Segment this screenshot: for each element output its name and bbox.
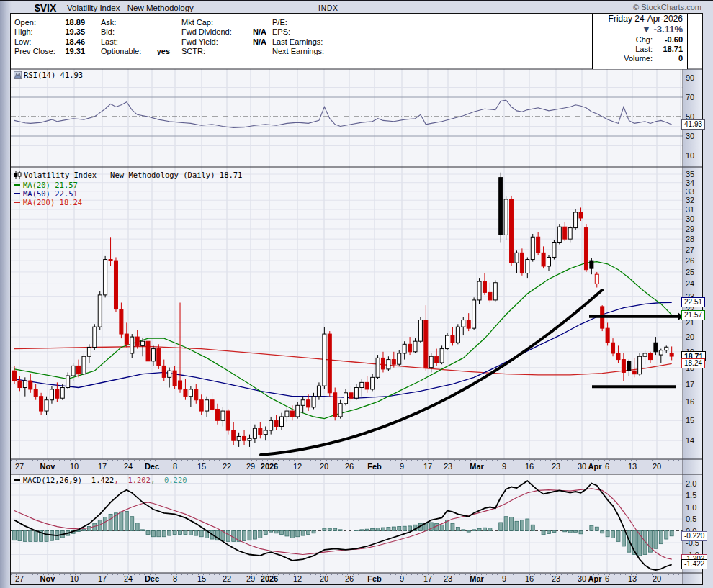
quote-field-label: Last: <box>101 37 118 47</box>
x-axis-label: 20 <box>653 459 661 474</box>
ma20-dash-icon <box>14 184 20 186</box>
price-axis-label: 32 <box>686 196 694 204</box>
price-axis-label: 17 <box>686 380 694 389</box>
x-axis-label: Dec <box>145 459 159 474</box>
quote-date: Friday 24-Apr-2026 <box>609 14 683 24</box>
x-axis-label: Mar <box>470 459 484 474</box>
price-axis-label: 33 <box>686 187 694 196</box>
quote-field: Fwd Dividend:N/A <box>181 27 266 37</box>
price-axis-label: 28 <box>686 235 694 243</box>
chart-canvas <box>0 1 713 588</box>
down-arrow-icon: ▼ <box>642 24 651 35</box>
x-axis-label: 23 <box>552 459 560 474</box>
x-axis-label: 2026 <box>261 459 278 474</box>
x-axis-label: 16 <box>525 573 534 585</box>
quote-field-label: Optionable: <box>101 47 141 56</box>
quote-field: SCTR: <box>181 47 266 56</box>
quote-field-label: Fwd Yield: <box>181 37 218 47</box>
chg-value: -0.60 <box>653 35 683 45</box>
x-axis-label: 13 <box>628 459 637 474</box>
x-axis-label: 8 <box>173 573 177 585</box>
x-axis-label: 20 <box>653 573 661 585</box>
x-axis-label: 26 <box>345 459 354 474</box>
x-axis-label: 10 <box>70 459 79 474</box>
quote-field-value: yes <box>157 47 170 56</box>
x-axis-label: 29 <box>246 573 255 585</box>
x-axis-label: 8 <box>173 459 177 474</box>
rsi-axis-label: 30 <box>686 132 694 140</box>
macd-dash-icon <box>14 479 20 481</box>
x-axis-label: 2026 <box>261 573 278 585</box>
quote-field: P/E: <box>272 18 366 27</box>
quote-field-label: Fwd Dividend: <box>181 27 232 37</box>
ma50-legend: MA(50) 22.51 <box>14 189 78 198</box>
macd-legend: MACD(12,26,9) -1.422, -1.202, -0.220 <box>14 476 187 484</box>
quote-field-label: Next Earnings: <box>272 47 324 56</box>
quote-field-value: 19.31 <box>65 47 85 56</box>
price-legend: Volatility Index - New Methodology (Dail… <box>14 171 242 179</box>
last-value: 18.71 <box>653 45 683 54</box>
x-axis-label: 20 <box>320 459 328 474</box>
quote-field: Low:18.46 <box>14 37 85 47</box>
quote-field-value: 18.89 <box>65 18 85 27</box>
quote-field: High:19.35 <box>14 27 85 37</box>
price-axis-label: 20 <box>686 333 694 341</box>
x-axis-label: 17 <box>423 459 432 474</box>
candlestick-icon <box>14 171 22 179</box>
price-axis-label: 35 <box>686 170 694 178</box>
ma200-legend-label: MA(200) 18.24 <box>23 198 82 207</box>
x-axis-label: Feb <box>367 573 382 585</box>
macd-axis-label: 0.5 <box>686 515 696 523</box>
quote-field: Mkt Cap: <box>181 18 266 27</box>
price-axis-label: 14 <box>686 436 694 445</box>
axis-marker-tag: -1.422 <box>681 559 707 569</box>
x-axis-label: 9 <box>502 573 506 585</box>
x-axis-label: 17 <box>423 573 432 585</box>
macd-axis-label: 1.5 <box>686 491 696 499</box>
axis-marker-tag: 41.93 <box>681 119 705 130</box>
macd-axis-label: 1.0 <box>686 503 696 512</box>
quote-field: Ask: <box>101 18 170 27</box>
quote-field: Next Earnings: <box>272 47 366 56</box>
ma50-dash-icon <box>14 193 20 194</box>
rsi-axis-label: 90 <box>686 73 694 82</box>
axis-marker-tag: 21.57 <box>681 310 705 320</box>
x-axis-label: 15 <box>197 459 206 474</box>
quote-info-block: Friday 24-Apr-2026 ▼ -3.11% Chg:-0.60 La… <box>592 14 688 69</box>
quote-field-label: Open: <box>14 18 36 27</box>
x-axis-label: Feb <box>367 459 382 474</box>
x-axis-label: 9 <box>502 459 506 474</box>
x-axis-label: 9 <box>400 459 404 474</box>
quote-field: Prev Close:19.31 <box>14 47 85 56</box>
x-axis-label: 10 <box>70 573 79 585</box>
quote-field-label: Ask: <box>101 18 116 27</box>
x-axis-label: 24 <box>124 459 133 474</box>
volume-label: Volume: <box>624 54 653 63</box>
x-axis-label: 9 <box>400 573 404 585</box>
macd-axis-label: 2.0 <box>686 479 696 488</box>
quote-field-label: Bid: <box>101 27 115 37</box>
x-axis-label: 12 <box>293 573 302 585</box>
quote-field-value: N/A <box>253 27 266 37</box>
x-axis-label: 24 <box>124 573 133 585</box>
x-axis-label: 27 <box>15 459 24 474</box>
x-axis-label: 6 <box>605 573 609 585</box>
chg-label: Chg: <box>636 35 653 45</box>
quote-field: Last Earnings: <box>272 37 366 47</box>
x-axis-label: Apr <box>588 459 602 474</box>
quote-field: EPS: <box>272 27 366 37</box>
quote-field-label: Last Earnings: <box>272 37 323 47</box>
quote-field: Bid: <box>101 27 170 37</box>
x-axis-label: Nov <box>40 573 55 585</box>
x-axis-label: 26 <box>345 573 354 585</box>
x-axis-label: 23 <box>444 459 452 474</box>
quote-field-label: EPS: <box>272 27 290 37</box>
last-label: Last: <box>635 45 653 54</box>
macd-legend-hist: , -0.220 <box>151 476 187 484</box>
x-axis-label: 16 <box>525 459 534 474</box>
quote-field-value: 18.46 <box>65 37 85 47</box>
x-axis-label: 12 <box>293 459 302 474</box>
x-axis-label: 13 <box>628 573 637 585</box>
volume-value: 0 <box>653 54 683 63</box>
price-axis-label: 24 <box>686 279 694 288</box>
